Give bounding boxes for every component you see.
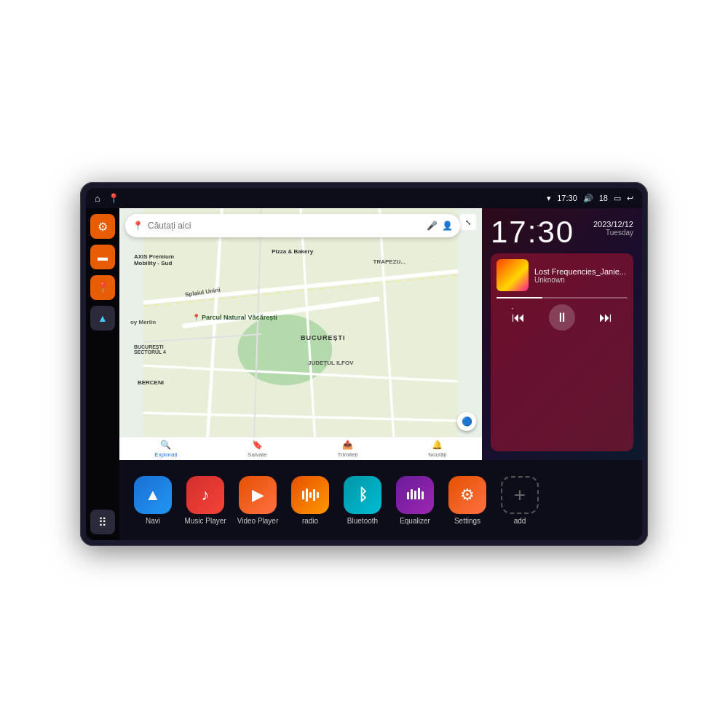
music-text: Lost Frequencies_Janie... Unknown	[534, 267, 628, 284]
equalizer-label: Equalizer	[400, 517, 430, 525]
navi-icon: ▲	[134, 476, 172, 514]
app-bluetooth[interactable]: ᛒ Bluetooth	[341, 476, 384, 525]
navi-symbol: ▲	[145, 486, 161, 505]
device-frame: ⌂ 📍 ▾ 17:30 🔊 18 ▭ ↩ ⚙ ▬	[80, 182, 648, 546]
explore-icon: 🔍	[160, 440, 171, 450]
map-nav-saved[interactable]: 🔖 Salvate	[248, 440, 267, 458]
compass-icon: 🔵	[462, 416, 472, 427]
map-icon: 📍	[97, 282, 109, 293]
svg-rect-18	[411, 489, 413, 499]
sidebar-settings-btn[interactable]: ⚙	[90, 214, 115, 239]
sidebar-apps-btn[interactable]: ⠿	[90, 510, 115, 534]
music-player: Lost Frequencies_Janie... Unknown ⏮ ⏸ ⏭	[491, 253, 633, 451]
bluetooth-label: Bluetooth	[347, 517, 378, 525]
video-player-label: Video Player	[237, 517, 279, 525]
clock-date-text: 2023/12/12	[593, 220, 633, 229]
volume-icon: 🔊	[583, 194, 593, 203]
map-search-input[interactable]	[148, 221, 422, 231]
news-label: Noutăți	[428, 451, 446, 458]
account-icon[interactable]: 👤	[442, 221, 453, 231]
compass-btn[interactable]: 🔵	[457, 412, 476, 431]
sidebar-nav-btn[interactable]: ▲	[90, 306, 115, 331]
map-label-trapezu: TRAPEZU...	[373, 258, 405, 265]
add-symbol: +	[514, 483, 526, 507]
svg-rect-13	[306, 488, 308, 502]
add-icon: +	[501, 476, 539, 514]
equalizer-icon	[396, 476, 434, 514]
microphone-icon[interactable]: 🎤	[427, 221, 438, 231]
equalizer-bars-icon	[405, 485, 425, 505]
music-progress-bar[interactable]	[496, 297, 628, 298]
map-label-berceni: BERCENI	[138, 379, 164, 386]
map-nav-explore[interactable]: 🔍 Explorați	[154, 440, 177, 458]
music-info-row: Lost Frequencies_Janie... Unknown	[496, 259, 628, 291]
radio-waveform-icon	[300, 485, 320, 505]
app-grid: ▲ Navi ♪ Music Player ▶ V	[119, 460, 642, 540]
battery-icon: ▭	[614, 194, 621, 203]
status-bar: ⌂ 📍 ▾ 17:30 🔊 18 ▭ ↩	[86, 188, 642, 208]
map-label-sectorul4: BUCUREȘTISECTORUL 4	[134, 344, 166, 355]
album-art-image	[496, 259, 529, 291]
svg-rect-16	[317, 492, 319, 498]
prev-button[interactable]: ⏮	[505, 304, 531, 331]
saved-icon: 🔖	[252, 440, 263, 450]
center-area: 📍 🎤 👤 ⤡	[119, 208, 642, 540]
folder-icon: ▬	[98, 251, 108, 263]
status-left: ⌂ 📍	[95, 193, 119, 204]
next-button[interactable]: ⏭	[593, 304, 619, 331]
app-video-player[interactable]: ▶ Video Player	[236, 476, 280, 525]
svg-rect-20	[418, 488, 420, 499]
app-add[interactable]: + add	[498, 476, 542, 525]
map-label-merlin: oy Merlin	[130, 319, 156, 325]
app-radio[interactable]: radio	[288, 476, 332, 525]
main-content: ⚙ ▬ 📍 ▲ ⠿	[86, 208, 642, 540]
map-nav-news[interactable]: 🔔 Noutăți	[428, 440, 446, 458]
clock-date: 2023/12/12 Tuesday	[593, 217, 633, 237]
send-label: Trimiteți	[337, 451, 357, 458]
news-icon: 🔔	[432, 440, 443, 450]
map-label-pizza: Pizza & Bakery	[272, 248, 313, 255]
home-icon[interactable]: ⌂	[95, 193, 100, 204]
music-symbol: ♪	[202, 486, 210, 505]
app-music-player[interactable]: ♪ Music Player	[183, 476, 227, 525]
svg-rect-21	[422, 491, 424, 499]
top-panels: 📍 🎤 👤 ⤡	[119, 208, 642, 460]
right-panel: 17:30 2023/12/12 Tuesday	[482, 208, 642, 460]
map-panel[interactable]: 📍 🎤 👤 ⤡	[119, 208, 482, 460]
explore-label: Explorați	[154, 451, 177, 458]
music-artist: Unknown	[534, 276, 628, 284]
app-settings[interactable]: ⚙ Settings	[446, 476, 489, 525]
map-label-vacaresti: 📍 Parcul Natural Văcărești	[192, 314, 277, 321]
map-nav-send[interactable]: 📤 Trimiteți	[337, 440, 357, 458]
sidebar-maps-btn[interactable]: 📍	[90, 275, 115, 300]
album-art	[496, 259, 529, 291]
music-player-label: Music Player	[184, 517, 226, 525]
map-label-bucuresti: BUCUREȘTI	[301, 334, 346, 341]
apps-grid-icon: ⠿	[98, 515, 107, 529]
music-player-icon: ♪	[186, 476, 224, 514]
play-pause-button[interactable]: ⏸	[549, 304, 575, 331]
map-label-ilfov: JUDEȚUL ILFOV	[308, 360, 354, 366]
map-bottom-nav: 🔍 Explorați 🔖 Salvate 📤 Trimiteți	[119, 437, 482, 460]
svg-rect-12	[302, 491, 304, 499]
music-title: Lost Frequencies_Janie...	[534, 267, 628, 276]
radio-label: radio	[302, 517, 318, 525]
app-equalizer[interactable]: Equalizer	[393, 476, 437, 525]
back-icon[interactable]: ↩	[627, 194, 633, 203]
sidebar: ⚙ ▬ 📍 ▲ ⠿	[86, 208, 119, 540]
sidebar-folder-btn[interactable]: ▬	[90, 245, 115, 269]
music-controls: ⏮ ⏸ ⏭	[496, 304, 628, 331]
battery-level: 18	[599, 194, 608, 202]
settings-icon: ⚙	[448, 476, 486, 514]
radio-icon	[291, 476, 329, 514]
map-search-bar[interactable]: 📍 🎤 👤	[125, 214, 460, 237]
wifi-icon: ▾	[547, 194, 551, 203]
clock-time: 17:30	[491, 217, 574, 248]
device-screen: ⌂ 📍 ▾ 17:30 🔊 18 ▭ ↩ ⚙ ▬	[86, 188, 642, 540]
bluetooth-symbol: ᛒ	[358, 486, 368, 505]
app-navi[interactable]: ▲ Navi	[131, 476, 175, 525]
maps-status-icon[interactable]: 📍	[108, 193, 119, 204]
saved-label: Salvate	[248, 451, 267, 458]
map-label-axis: AXIS PremiumMobility - Sud	[134, 253, 174, 266]
status-right: ▾ 17:30 🔊 18 ▭ ↩	[547, 194, 633, 203]
